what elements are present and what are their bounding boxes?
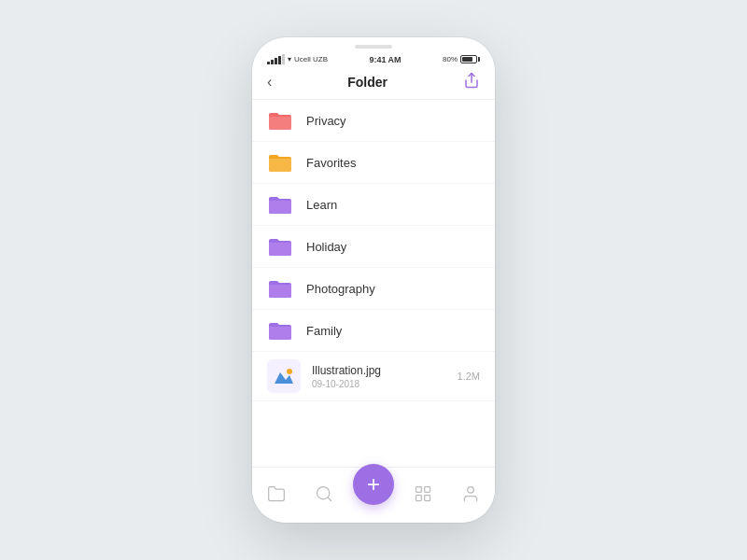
bottom-nav: +: [252, 467, 495, 523]
nav-share-button[interactable]: [404, 475, 442, 512]
phone-outer: ▾ Ucell UZB 9:41 AM 80% ‹ Folder: [252, 37, 495, 523]
page-title: Folder: [347, 75, 388, 90]
file-info: Illustration.jpg 09-10-2018: [312, 364, 458, 389]
svg-rect-9: [425, 495, 430, 500]
file-date: 09-10-2018: [312, 379, 458, 389]
status-right: 80%: [443, 55, 480, 63]
share-button[interactable]: [463, 72, 480, 91]
folder-name-privacy: Privacy: [306, 114, 346, 128]
folder-name-learn: Learn: [306, 198, 337, 212]
folder-icon-learn: [267, 193, 293, 216]
svg-rect-1: [271, 363, 297, 389]
status-time: 9:41 AM: [369, 55, 401, 64]
folder-item-family[interactable]: Family: [252, 310, 495, 352]
status-left: ▾ Ucell UZB: [267, 54, 328, 64]
folder-icon-photography: [267, 277, 293, 300]
folder-icon-family: [267, 319, 293, 342]
svg-rect-10: [416, 495, 422, 500]
status-bar: ▾ Ucell UZB 9:41 AM 80%: [252, 52, 495, 68]
svg-line-6: [328, 497, 331, 500]
battery-icon: [460, 55, 480, 63]
content-area: Privacy Favorites Learn: [252, 100, 495, 467]
folder-item-holiday[interactable]: Holiday: [252, 226, 495, 268]
nav-folder-button[interactable]: [258, 475, 295, 512]
folder-name-favorites: Favorites: [306, 156, 356, 170]
folder-icon-favorites: [267, 151, 293, 174]
file-item-illustration[interactable]: Illustration.jpg 09-10-2018 1.2M: [252, 352, 495, 401]
nav-profile-button[interactable]: [452, 475, 489, 512]
nav-search-button[interactable]: [305, 475, 343, 512]
header: ‹ Folder: [252, 68, 495, 100]
back-button[interactable]: ‹: [267, 75, 272, 90]
svg-point-11: [468, 486, 474, 493]
file-name: Illustration.jpg: [312, 364, 458, 377]
folder-name-holiday: Holiday: [306, 240, 346, 254]
wifi-icon: ▾: [288, 55, 291, 63]
carrier-label: Ucell UZB: [294, 55, 328, 63]
phone-top-bar: [252, 37, 495, 52]
phone-notch-line: [355, 45, 392, 49]
fab-icon: +: [367, 473, 380, 496]
svg-point-3: [287, 369, 292, 374]
folder-item-favorites[interactable]: Favorites: [252, 142, 495, 184]
battery-percent: 80%: [443, 55, 458, 63]
file-size: 1.2M: [458, 371, 480, 382]
folder-name-family: Family: [306, 324, 342, 338]
folder-icon-privacy: [267, 109, 293, 132]
folder-item-privacy[interactable]: Privacy: [252, 100, 495, 142]
fab-button[interactable]: +: [353, 464, 394, 505]
svg-rect-7: [416, 486, 422, 492]
signal-icon: [267, 54, 285, 64]
file-thumbnail: [267, 359, 301, 393]
folder-item-photography[interactable]: Photography: [252, 268, 495, 310]
folder-icon-holiday: [267, 235, 293, 258]
folder-name-photography: Photography: [306, 282, 375, 296]
svg-rect-8: [425, 486, 430, 492]
folder-item-learn[interactable]: Learn: [252, 184, 495, 226]
